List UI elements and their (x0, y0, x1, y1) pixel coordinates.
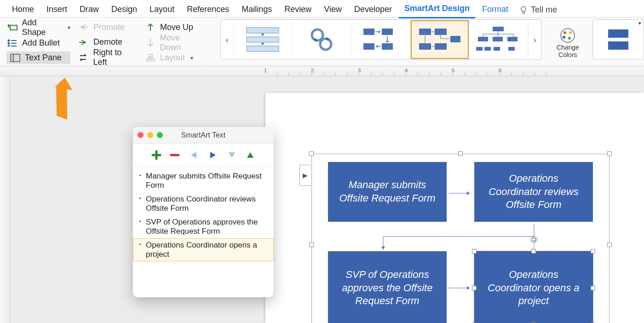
add-shape-icon (6, 23, 18, 32)
promote-button[interactable]: Promote (78, 21, 137, 34)
gallery-prev-button[interactable]: ‹ (221, 20, 234, 59)
svg-point-7 (8, 46, 10, 47)
svg-rect-22 (363, 29, 374, 35)
move-up-icon[interactable] (245, 150, 255, 161)
arrow-1-2-icon (448, 190, 473, 197)
layout-icon (144, 54, 156, 62)
svg-rect-15 (146, 59, 150, 61)
demote-button[interactable]: Demote (78, 36, 137, 49)
tab-design[interactable]: Design (106, 2, 143, 18)
smartart-box-1[interactable]: Manager submits Offsite Request Form (328, 162, 447, 222)
tab-developer[interactable]: Developer (349, 2, 397, 18)
ruler-tick: 1 (264, 68, 267, 73)
vertical-ruler (0, 76, 10, 323)
close-icon[interactable] (138, 132, 144, 138)
palette-icon (559, 27, 576, 44)
window-controls[interactable] (138, 132, 163, 138)
tab-references[interactable]: References (181, 2, 235, 18)
smartart-object[interactable]: ▶ Manager submits Offsite Request Form O… (311, 154, 610, 323)
smartart-expand-tab[interactable]: ▶ (299, 165, 310, 186)
move-up-label: Move Up (160, 23, 193, 32)
arrow-2-3-icon (380, 223, 537, 255)
ribbon-group-graphic: Add Shape▾ Add Bullet Text Pane (3, 19, 74, 66)
svg-point-43 (568, 37, 571, 40)
textpane-item[interactable]: SVP of Operations approves the Offsite R… (133, 215, 274, 238)
smartart-box-2[interactable]: Operations Coordinator reviews Offsite F… (474, 162, 593, 222)
demote-label: Demote (93, 37, 122, 47)
indent-icon[interactable] (207, 150, 218, 160)
textpane-titlebar[interactable]: SmartArt Text (133, 127, 274, 144)
move-down-icon[interactable] (227, 150, 237, 161)
tab-insert[interactable]: Insert (41, 2, 73, 18)
svg-rect-36 (484, 47, 491, 51)
ribbon-tabs: Home Insert Draw Design Layout Reference… (0, 0, 644, 17)
minimize-icon[interactable] (147, 132, 153, 138)
tab-home[interactable]: Home (6, 2, 40, 18)
tab-review[interactable]: Review (279, 2, 317, 18)
textpane-title: SmartArt Text (181, 131, 226, 139)
svg-rect-32 (478, 37, 488, 41)
swap-icon (78, 53, 90, 62)
smartart-text-pane[interactable]: SmartArt Text Manager submits Offsite Re… (133, 127, 274, 297)
textpane-item[interactable]: Manager submits Offsite Request Form (133, 169, 274, 192)
svg-rect-16 (151, 59, 155, 61)
svg-point-40 (564, 31, 566, 34)
svg-point-42 (563, 36, 565, 39)
svg-rect-34 (507, 37, 518, 41)
textpane-item[interactable]: Operations Coordinator reviews Offsite F… (133, 192, 274, 215)
ruler-tick: 5 (452, 68, 454, 73)
textpane-toolbar (133, 144, 274, 167)
svg-rect-25 (382, 43, 393, 50)
arrow-3-4-icon (448, 284, 473, 292)
layout-thumb-3[interactable] (351, 20, 410, 59)
change-colors-button[interactable]: ▾ Change Colors (550, 19, 586, 66)
svg-rect-44 (608, 29, 628, 38)
svg-rect-19 (247, 46, 279, 52)
layout-button[interactable]: Layout▾ (144, 52, 203, 64)
add-bullet-button[interactable]: Add Bullet (6, 37, 70, 49)
promote-label: Promote (93, 23, 125, 32)
layout-thumb-5[interactable] (469, 20, 528, 59)
tab-layout[interactable]: Layout (144, 2, 180, 18)
layout-thumb-4-selected[interactable] (410, 20, 469, 59)
tab-smartart-design[interactable]: SmartArt Design (399, 1, 475, 18)
tab-view[interactable]: View (318, 2, 347, 18)
move-up-button[interactable]: Move Up (144, 21, 203, 34)
gallery-next-button[interactable]: › (528, 20, 541, 59)
ruler-tick: 2 (311, 68, 314, 73)
textpane-item-selected[interactable]: Operations Coordinator opens a project (133, 238, 274, 261)
tab-format[interactable]: Format (477, 2, 514, 18)
arrow-right-icon (78, 39, 90, 46)
chevron-down-icon: ▾ (68, 24, 70, 31)
layout-thumb-2[interactable] (293, 20, 351, 59)
move-down-button[interactable]: Move Down (144, 36, 203, 49)
text-pane-button[interactable]: Text Pane (6, 52, 70, 64)
svg-rect-17 (247, 28, 279, 33)
text-pane-icon (9, 54, 21, 62)
ruler-tick: 4 (405, 68, 408, 73)
layouts-gallery: ‹ › (220, 19, 541, 60)
svg-rect-28 (419, 43, 431, 50)
zoom-icon[interactable] (157, 132, 163, 138)
smartart-box-4-selected[interactable]: Operations Coordinator opens a project (474, 251, 593, 323)
svg-rect-27 (435, 29, 447, 35)
arrow-left-icon (78, 23, 90, 31)
add-icon[interactable] (151, 150, 161, 160)
rtl-button[interactable]: Right to Left (78, 51, 137, 64)
tab-mailings[interactable]: Mailings (236, 2, 277, 18)
tell-me[interactable]: Tell me (519, 5, 557, 15)
add-shape-button[interactable]: Add Shape▾ (6, 21, 70, 34)
outdent-icon[interactable] (188, 150, 199, 160)
smartart-styles-gallery[interactable] (592, 19, 644, 60)
svg-rect-37 (494, 47, 500, 51)
change-colors-label1: Change (557, 44, 579, 51)
tab-draw[interactable]: Draw (74, 2, 104, 18)
layout-thumb-1[interactable] (234, 20, 293, 59)
ruler-tick: 6 (499, 68, 501, 73)
page: ▶ Manager submits Offsite Request Form O… (265, 93, 644, 323)
lightbulb-icon (519, 6, 528, 15)
svg-rect-24 (363, 43, 374, 50)
remove-icon[interactable] (170, 150, 180, 160)
smartart-box-3[interactable]: SVP of Operations approves the Offsite R… (328, 251, 447, 323)
svg-rect-26 (419, 29, 431, 35)
